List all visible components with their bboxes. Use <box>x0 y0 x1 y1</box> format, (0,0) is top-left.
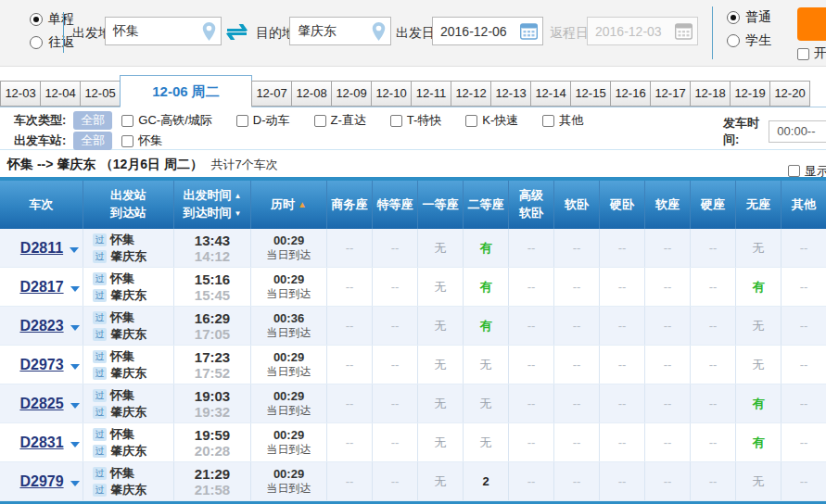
seat-cell: -- <box>782 462 826 500</box>
checkbox-icon <box>390 115 402 127</box>
expand-caret-icon[interactable] <box>70 364 80 370</box>
train-number-link[interactable]: D2817 <box>19 279 63 296</box>
date-tab-12-06[interactable]: 12-06 周二 <box>120 75 252 107</box>
date-tab-12-05[interactable]: 12-05 <box>80 81 121 107</box>
filter-checkbox[interactable]: 怀集 <box>121 132 162 149</box>
train-number-link[interactable]: D2979 <box>19 473 63 490</box>
expand-caret-icon[interactable] <box>70 325 80 331</box>
col-header-seat-8: 硬座 <box>691 181 736 229</box>
col-header-train[interactable]: 车次 <box>0 181 83 229</box>
date-tab-12-12[interactable]: 12-12 <box>451 81 491 107</box>
date-tab-12-10[interactable]: 12-10 <box>371 81 412 107</box>
sort-active-icon[interactable]: ▲ <box>298 198 307 212</box>
checkbox-label: GC-高铁/城际 <box>138 112 211 129</box>
calendar-icon-disabled <box>675 23 693 40</box>
date-tab-12-13[interactable]: 12-13 <box>490 81 531 107</box>
expand-caret-icon[interactable] <box>70 442 80 447</box>
train-query-page: 单程 往返 出发地 怀集 目的地 肇庆东 出发日 2016-12-06 返程日 <box>0 0 826 504</box>
seat-cell[interactable]: 有 <box>736 268 782 306</box>
show-checkbox[interactable]: 显示 <box>788 158 826 184</box>
arrive-station: 肇庆东 <box>110 443 146 460</box>
from-input[interactable]: 怀集 <box>105 17 222 45</box>
date-tab-12-08[interactable]: 12-08 <box>291 81 332 107</box>
date-tab-12-11[interactable]: 12-11 <box>411 81 451 107</box>
date-tab-12-09[interactable]: 12-09 <box>331 81 372 107</box>
seat-cell: 无 <box>418 307 464 345</box>
date-tab-12-17[interactable]: 12-17 <box>650 81 691 107</box>
train-type-options: GC-高铁/城际D-动车Z-直达T-特快K-快速其他 <box>121 112 607 129</box>
seat-cell: 无 <box>736 462 782 500</box>
train-number-link[interactable]: D2825 <box>19 396 63 412</box>
station-options: 怀集 <box>121 132 186 149</box>
summary-count: 共计7个车次 <box>210 158 277 171</box>
filter-checkbox[interactable]: K-快速 <box>465 112 518 129</box>
seat-cell: -- <box>373 384 418 422</box>
filter-checkbox[interactable]: 其他 <box>542 112 583 129</box>
depart-station: 怀集 <box>110 348 134 365</box>
seat-cell[interactable]: 有 <box>736 384 782 422</box>
arrive-time: 20:28 <box>174 443 250 459</box>
train-number-link[interactable]: D2823 <box>19 318 63 334</box>
sort-asc-icon[interactable]: ▲ <box>235 191 242 202</box>
depart-time: 21:29 <box>174 466 250 482</box>
seat-cell[interactable]: 有 <box>464 268 509 306</box>
date-tab-12-03[interactable]: 12-03 <box>0 81 41 107</box>
return-date-label: 返程日 <box>550 25 589 42</box>
swap-stations-icon[interactable] <box>224 22 249 45</box>
seat-cell: 无 <box>418 229 464 267</box>
expand-caret-icon[interactable] <box>70 481 80 486</box>
seat-cell: -- <box>691 307 736 345</box>
seat-cell[interactable]: 有 <box>464 307 509 345</box>
depart-date-input[interactable]: 2016-12-06 <box>432 17 543 45</box>
seat-cell: 无 <box>418 423 464 461</box>
radio-normal[interactable]: 普通 <box>727 9 771 26</box>
seat-cell[interactable]: 有 <box>464 229 509 267</box>
radio-one-way[interactable]: 单程 <box>30 11 74 28</box>
seat-cell[interactable]: 有 <box>736 423 782 461</box>
pass-station-icon: 过 <box>93 467 107 480</box>
filter-checkbox[interactable]: GC-高铁/城际 <box>121 112 211 129</box>
radio-student[interactable]: 学生 <box>727 32 771 49</box>
station-all-badge[interactable]: 全部 <box>73 132 112 150</box>
col-header-time-sort[interactable]: 出发时间▲ 到达时间▼ <box>174 181 251 229</box>
radio-round-trip[interactable]: 往返 <box>30 34 74 51</box>
sort-desc-icon[interactable]: ▼ <box>235 208 242 220</box>
filter-checkbox[interactable]: D-动车 <box>236 112 290 129</box>
arrive-note: 当日到达 <box>251 325 326 341</box>
filter-checkbox[interactable]: Z-直达 <box>314 112 366 129</box>
to-value: 肇庆东 <box>298 23 337 40</box>
trip-type-group: 单程 往返 <box>30 11 74 57</box>
seat-cell: -- <box>554 462 600 500</box>
train-number-link[interactable]: D2811 <box>20 240 63 257</box>
seat-cell[interactable]: 2 <box>464 462 509 500</box>
expand-caret-icon[interactable] <box>70 403 80 409</box>
seat-cell: -- <box>373 268 418 306</box>
date-tab-12-14[interactable]: 12-14 <box>530 81 571 107</box>
pass-station-icon: 过 <box>93 367 107 380</box>
date-tab-12-15[interactable]: 12-15 <box>570 81 611 107</box>
date-tab-12-18[interactable]: 12-18 <box>690 81 731 107</box>
to-input[interactable]: 肇庆东 <box>289 17 391 45</box>
date-tab-12-07[interactable]: 12-07 <box>251 81 292 107</box>
seat-cell: -- <box>645 229 691 267</box>
filter-checkbox[interactable]: T-特快 <box>390 112 442 129</box>
expand-caret-icon[interactable] <box>70 247 79 253</box>
col-header-duration-sort[interactable]: 历时▲ <box>251 181 327 229</box>
open-checkbox[interactable]: 开 <box>797 45 826 62</box>
seat-cell: -- <box>600 462 645 500</box>
date-tab-12-16[interactable]: 12-16 <box>610 81 651 107</box>
student-label: 学生 <box>745 32 771 49</box>
date-tab-12-04[interactable]: 12-04 <box>40 81 81 107</box>
train-number-link[interactable]: D2973 <box>19 357 63 373</box>
query-button[interactable] <box>797 7 826 41</box>
date-tab-12-19[interactable]: 12-19 <box>730 81 770 107</box>
date-tab-12-20[interactable]: 12-20 <box>769 81 810 107</box>
train-type-all-badge[interactable]: 全部 <box>73 111 112 130</box>
depart-time: 19:03 <box>174 388 250 404</box>
seat-cell: -- <box>554 423 600 461</box>
train-number-link[interactable]: D2831 <box>19 435 63 451</box>
divider <box>712 6 713 59</box>
expand-caret-icon[interactable] <box>70 286 80 292</box>
summary-date: （12月6日 周二） <box>100 157 203 171</box>
depart-time-select[interactable]: 00:00-- <box>769 120 826 143</box>
